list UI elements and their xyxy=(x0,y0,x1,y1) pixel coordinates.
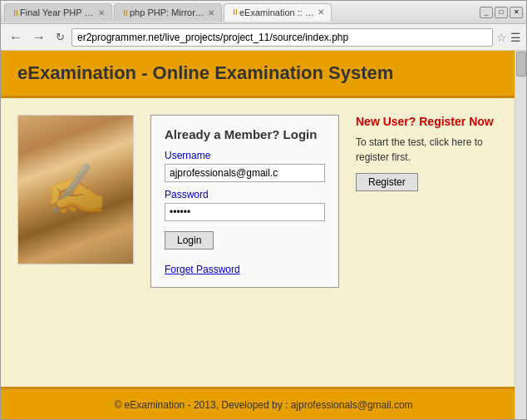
password-input[interactable] xyxy=(165,203,325,221)
title-bar: ⏸ Final Year PHP Project ✕ ⏸ php PHP: Mi… xyxy=(1,1,526,24)
tab1-icon: ⏸ xyxy=(12,8,20,17)
hand-writing-image xyxy=(18,116,133,264)
username-label: Username xyxy=(165,150,325,161)
login-button-wrapper: Login xyxy=(165,228,325,256)
page-content: eExamination - Online Examination System… xyxy=(1,51,526,419)
tab3-close[interactable]: ✕ xyxy=(318,7,324,17)
minimize-button[interactable]: _ xyxy=(480,7,493,18)
register-box: New User? Register Now To start the test… xyxy=(356,115,510,288)
scroll-thumb[interactable] xyxy=(516,52,526,77)
site-footer: © eExamination - 2013, Developed by : aj… xyxy=(1,387,526,419)
register-description: To start the test, click here to registe… xyxy=(356,135,510,165)
menu-button[interactable]: ☰ xyxy=(510,31,521,44)
tab3-icon: ⏸ xyxy=(231,7,239,17)
register-title: New User? Register Now xyxy=(356,115,510,128)
site-header: eExamination - Online Examination System xyxy=(1,51,526,98)
address-bar[interactable] xyxy=(71,28,493,47)
tab1-label: Final Year PHP Project xyxy=(20,7,95,17)
restore-button[interactable]: □ xyxy=(495,7,508,18)
tab2-close[interactable]: ✕ xyxy=(208,8,214,17)
tab2-label: php PHP: Mirroring The PH… xyxy=(130,7,204,17)
forget-password-link[interactable]: Forget Password xyxy=(165,264,240,275)
tab2-icon: ⏸ xyxy=(121,8,130,17)
tab3-label: eExamination :: Home xyxy=(239,7,314,17)
page-wrapper: eExamination - Online Examination System… xyxy=(1,51,526,419)
window-controls: _ □ ✕ xyxy=(480,7,523,18)
register-button[interactable]: Register xyxy=(356,173,418,191)
tab-1[interactable]: ⏸ Final Year PHP Project ✕ xyxy=(4,3,112,22)
site-title: eExamination - Online Examination System xyxy=(17,62,510,84)
tab-2[interactable]: ⏸ php PHP: Mirroring The PH… ✕ xyxy=(114,3,222,22)
login-box: Already a Member? Login Username Passwor… xyxy=(150,115,339,288)
tab-3[interactable]: ⏸ eExamination :: Home ✕ xyxy=(224,3,332,22)
close-button[interactable]: ✕ xyxy=(510,7,523,18)
password-label: Password xyxy=(165,189,325,200)
browser-window: ⏸ Final Year PHP Project ✕ ⏸ php PHP: Mi… xyxy=(0,0,527,420)
footer-text: © eExamination - 2013, Developed by : aj… xyxy=(114,399,412,411)
login-section: Already a Member? Login Username Passwor… xyxy=(150,115,339,288)
main-area: Already a Member? Login Username Passwor… xyxy=(1,98,526,304)
bookmark-button[interactable]: ☆ xyxy=(496,31,507,44)
reload-button[interactable]: ↻ xyxy=(52,29,68,45)
hero-image xyxy=(17,115,134,264)
login-title: Already a Member? Login xyxy=(165,127,325,141)
scrollbar[interactable] xyxy=(515,51,526,419)
username-input[interactable] xyxy=(165,164,325,182)
login-button[interactable]: Login xyxy=(165,231,214,250)
forward-button[interactable]: → xyxy=(29,28,49,47)
tab1-close[interactable]: ✕ xyxy=(98,8,105,17)
nav-bar: ← → ↻ ☆ ☰ xyxy=(1,24,526,51)
back-button[interactable]: ← xyxy=(6,28,26,47)
